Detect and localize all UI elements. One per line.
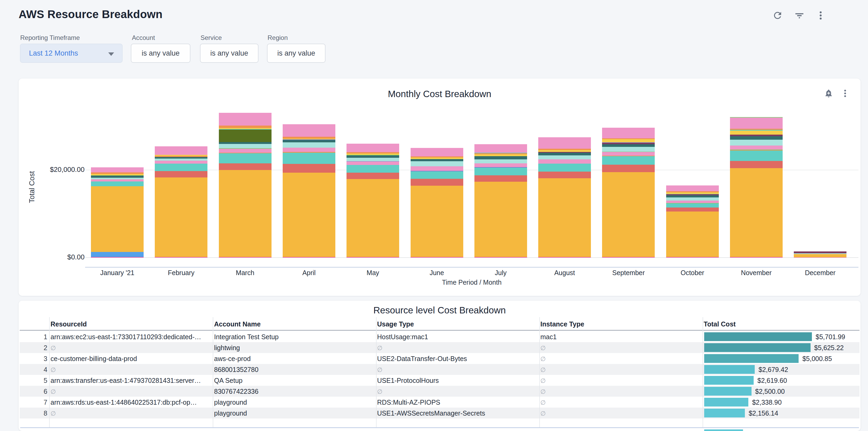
- bar-segment[interactable]: [474, 153, 527, 153]
- bar-segment[interactable]: [411, 171, 463, 179]
- bar-segment[interactable]: [730, 118, 783, 129]
- bar-segment[interactable]: [666, 197, 719, 201]
- table-row[interactable]: 4∅868001352780∅∅$2,679.42: [20, 364, 860, 375]
- bar-segment[interactable]: [219, 113, 272, 126]
- bar-segment[interactable]: [602, 143, 655, 144]
- bar-segment[interactable]: [411, 171, 463, 171]
- bar-segment[interactable]: [411, 159, 463, 161]
- bar-segment[interactable]: [91, 167, 144, 173]
- bar-segment[interactable]: [91, 186, 144, 252]
- bar-segment[interactable]: [666, 257, 719, 257]
- bar-segment[interactable]: [346, 152, 399, 154]
- service-filter-button[interactable]: is any value: [200, 43, 258, 63]
- refresh-icon[interactable]: [772, 10, 783, 21]
- bar-segment[interactable]: [219, 148, 272, 149]
- bar-segment[interactable]: [411, 179, 463, 186]
- bar-segment[interactable]: [283, 138, 335, 140]
- bar-segment[interactable]: [91, 252, 144, 257]
- bar-segment[interactable]: [91, 179, 144, 181]
- bar-segment[interactable]: [730, 136, 783, 140]
- bar-segment[interactable]: [474, 257, 527, 257]
- bar-segment[interactable]: [794, 254, 846, 257]
- bar-segment[interactable]: [666, 204, 719, 208]
- bar-segment[interactable]: [411, 161, 463, 166]
- table-row[interactable]: 5arn:aws:transfer:us-east-1:479370281431…: [20, 375, 860, 386]
- bar-segment[interactable]: [730, 257, 783, 257]
- bar-segment[interactable]: [346, 158, 399, 161]
- bar-segment[interactable]: [602, 144, 655, 147]
- bar-segment[interactable]: [91, 175, 144, 176]
- bar-segment[interactable]: [666, 185, 719, 191]
- bar-segment[interactable]: [730, 140, 783, 145]
- bar-segment[interactable]: [538, 155, 591, 160]
- table-row[interactable]: 7arn:aws:rds:us-east-1:448640225317:db:p…: [20, 397, 860, 408]
- bar-segment[interactable]: [411, 166, 463, 171]
- bar-segment[interactable]: [666, 203, 719, 203]
- column-header[interactable]: Instance Type: [540, 320, 584, 328]
- bar-segment[interactable]: [283, 148, 335, 152]
- bar-segment[interactable]: [730, 130, 783, 131]
- bar-segment[interactable]: [538, 164, 591, 172]
- bar-segment[interactable]: [666, 194, 719, 195]
- bar-segment[interactable]: [474, 156, 527, 159]
- bar-segment[interactable]: [602, 172, 655, 257]
- bar-segment[interactable]: [91, 174, 144, 175]
- bar-segment[interactable]: [155, 157, 208, 159]
- bar-segment[interactable]: [730, 134, 783, 136]
- bar-segment[interactable]: [666, 212, 719, 257]
- bar-segment[interactable]: [666, 208, 719, 212]
- more-menu-icon[interactable]: [815, 10, 826, 21]
- bar-segment[interactable]: [219, 126, 272, 128]
- bar-segment[interactable]: [219, 170, 272, 257]
- bar-segment[interactable]: [602, 142, 655, 143]
- bar-segment[interactable]: [155, 164, 208, 171]
- table-row[interactable]: 8∅playgroundUSE1-AWSSecretsManager-Secre…: [20, 408, 860, 419]
- bar-segment[interactable]: [219, 129, 272, 142]
- bar-segment[interactable]: [474, 175, 527, 182]
- bar-segment[interactable]: [283, 142, 335, 148]
- bar-segment[interactable]: [283, 140, 335, 142]
- bar-segment[interactable]: [219, 144, 272, 148]
- bar-segment[interactable]: [538, 257, 591, 257]
- bar-segment[interactable]: [91, 257, 144, 257]
- bar-segment[interactable]: [666, 201, 719, 203]
- bar-segment[interactable]: [538, 172, 591, 178]
- bar-segment[interactable]: [474, 159, 527, 164]
- bar-segment[interactable]: [219, 257, 272, 257]
- bar-segment[interactable]: [474, 163, 527, 167]
- bar-segment[interactable]: [283, 164, 335, 173]
- bar-segment[interactable]: [602, 152, 655, 152]
- bar-segment[interactable]: [91, 176, 144, 178]
- bar-segment[interactable]: [283, 153, 335, 164]
- bar-segment[interactable]: [219, 142, 272, 144]
- bar-segment[interactable]: [666, 195, 719, 197]
- timeframe-dropdown[interactable]: Last 12 Months: [20, 43, 123, 63]
- bar-segment[interactable]: [219, 153, 272, 153]
- bar-segment[interactable]: [538, 152, 591, 153]
- bar-segment[interactable]: [219, 153, 272, 163]
- bar-segment[interactable]: [538, 149, 591, 150]
- bar-segment[interactable]: [538, 153, 591, 155]
- bar-segment[interactable]: [474, 182, 527, 257]
- bar-segment[interactable]: [219, 149, 272, 153]
- bar-segment[interactable]: [346, 179, 399, 257]
- bar-segment[interactable]: [474, 167, 527, 175]
- bar-segment[interactable]: [283, 124, 335, 137]
- bar-segment[interactable]: [219, 163, 272, 170]
- bar-segment[interactable]: [602, 165, 655, 172]
- bar-segment[interactable]: [538, 178, 591, 257]
- bar-segment[interactable]: [155, 171, 208, 178]
- table-row[interactable]: 1arn:aws:ec2:us-east-1:733017110293:dedi…: [20, 331, 860, 342]
- bar-segment[interactable]: [155, 146, 208, 155]
- bar-segment[interactable]: [346, 154, 399, 155]
- bar-segment[interactable]: [602, 156, 655, 165]
- bar-segment[interactable]: [730, 168, 783, 257]
- bar-segment[interactable]: [411, 156, 463, 157]
- table-row[interactable]: 6∅830767422336∅∅$2,500.00: [20, 386, 860, 397]
- bar-segment[interactable]: [602, 152, 655, 156]
- bar-segment[interactable]: [794, 253, 846, 254]
- bar-segment[interactable]: [346, 173, 399, 179]
- bar-segment[interactable]: [474, 167, 527, 167]
- column-header[interactable]: Account Name: [214, 320, 260, 328]
- bar-segment[interactable]: [91, 181, 144, 186]
